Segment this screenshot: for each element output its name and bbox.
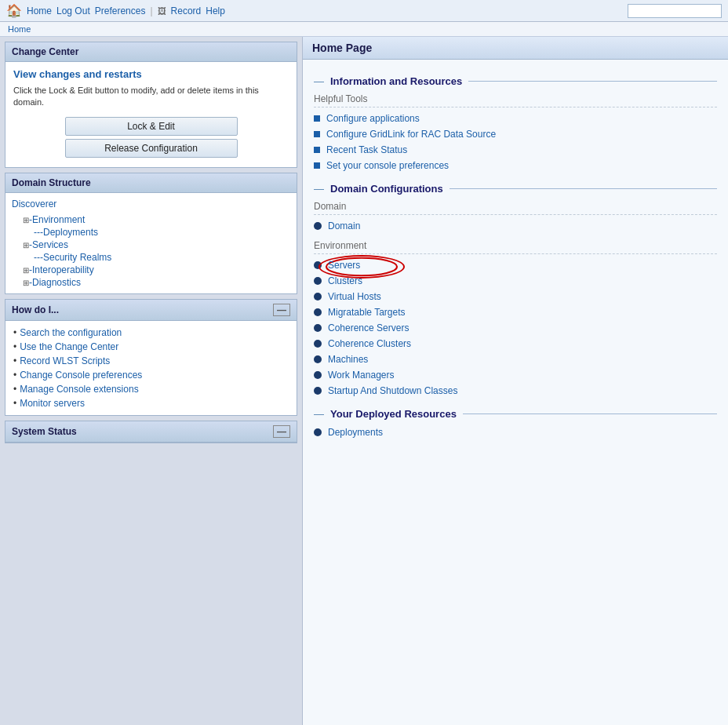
change-center-section: Change Center View changes and restarts …	[5, 42, 297, 168]
bullet-icon	[314, 162, 320, 169]
deployed-resources-section: Your Deployed Resources Deployments	[314, 408, 717, 440]
info-resources-header: Information and Resources	[314, 75, 717, 87]
record-icon: 🖼	[158, 6, 166, 16]
list-item: Record WLST Scripts	[13, 354, 289, 368]
nav-help-link[interactable]: Help	[206, 5, 225, 16]
deployments-link[interactable]: Deployments	[328, 427, 383, 438]
list-item: Search the configuration	[13, 326, 289, 340]
bullet-icon	[314, 222, 322, 230]
how-do-i-header: How do I... —	[5, 300, 297, 321]
migratable-targets-link[interactable]: Migratable Targets	[328, 307, 406, 318]
helpful-tools-list: Configure applications Configure GridLin…	[314, 111, 717, 173]
page-title: Home Page	[303, 37, 728, 60]
list-item: Clusters	[314, 273, 717, 289]
system-status-minimize[interactable]: —	[273, 425, 290, 438]
bullet-icon	[314, 308, 322, 316]
coherence-servers-link[interactable]: Coherence Servers	[328, 322, 409, 333]
deployed-resources-list: Deployments	[314, 424, 717, 440]
list-item: Manage Console extensions	[13, 382, 289, 396]
change-center-description: Click the Lock & Edit button to modify, …	[13, 85, 289, 109]
list-item: Configure GridLink for RAC Data Source	[314, 126, 717, 142]
bullet-icon	[314, 293, 322, 301]
how-do-i-list: Search the configuration Use the Change …	[13, 326, 289, 410]
nav-preferences-link[interactable]: Preferences	[95, 5, 146, 16]
tree-root[interactable]: Discoverer	[12, 198, 290, 210]
recent-task-status-link[interactable]: Recent Task Status	[326, 144, 407, 155]
list-item: Virtual Hosts	[314, 289, 717, 304]
bullet-icon	[314, 355, 322, 363]
list-item: Startup And Shutdown Classes	[314, 383, 717, 399]
nav-logout-link[interactable]: Log Out	[56, 5, 90, 16]
tree-environment[interactable]: ⊞-Environment	[12, 213, 290, 226]
list-item: Recent Task Status	[314, 142, 717, 158]
right-panel: Home Page Information and Resources Help…	[302, 37, 728, 725]
how-do-i-minimize[interactable]: —	[273, 304, 290, 316]
how-do-i-section: How do I... — Search the configuration U…	[5, 299, 297, 416]
how-do-i-search[interactable]: Search the configuration	[20, 327, 122, 338]
how-do-i-console-prefs[interactable]: Change Console preferences	[20, 370, 142, 381]
list-item: Use the Change Center	[13, 340, 289, 354]
system-status-header: System Status —	[5, 421, 297, 443]
tree-security-realms[interactable]: ---Security Realms	[12, 251, 290, 264]
domain-configs-section: Domain Configurations Domain Domain Envi…	[314, 183, 717, 399]
environment-title: Environment	[314, 240, 717, 254]
domain-list: Domain	[314, 218, 717, 234]
list-item: Work Managers	[314, 367, 717, 383]
domain-structure-header: Domain Structure	[5, 173, 297, 193]
bullet-icon	[314, 261, 322, 269]
tree-diagnostics[interactable]: ⊞-Diagnostics	[12, 276, 290, 289]
bullet-icon	[314, 371, 322, 379]
list-item: Machines	[314, 352, 717, 367]
list-item: Monitor servers	[13, 396, 289, 410]
breadcrumb-home[interactable]: Home	[8, 24, 31, 34]
environment-list: Servers Clusters Virtual Hosts Migratabl…	[314, 257, 717, 399]
system-status-section: System Status —	[5, 421, 297, 443]
configure-gridlink-link[interactable]: Configure GridLink for RAC Data Source	[326, 129, 496, 140]
domain-link[interactable]: Domain	[328, 220, 360, 231]
bullet-icon	[314, 147, 320, 153]
left-panel: Change Center View changes and restarts …	[0, 37, 302, 725]
tree-deployments[interactable]: ---Deployments	[12, 226, 290, 239]
list-item: Change Console preferences	[13, 368, 289, 382]
bullet-icon	[314, 387, 322, 395]
set-console-prefs-link[interactable]: Set your console preferences	[326, 160, 449, 171]
tree-services[interactable]: ⊞-Services	[12, 239, 290, 251]
how-do-i-change-center[interactable]: Use the Change Center	[20, 341, 118, 352]
servers-list-item: Servers	[314, 257, 717, 273]
list-item: Migratable Targets	[314, 304, 717, 320]
bullet-icon	[314, 277, 322, 285]
machines-link[interactable]: Machines	[328, 354, 368, 365]
coherence-clusters-link[interactable]: Coherence Clusters	[328, 338, 411, 349]
release-config-button[interactable]: Release Configuration	[65, 139, 238, 158]
startup-shutdown-link[interactable]: Startup And Shutdown Classes	[328, 385, 457, 396]
servers-link[interactable]: Servers	[328, 260, 360, 271]
servers-link-wrap: Servers	[328, 260, 360, 271]
domain-configs-header: Domain Configurations	[314, 183, 717, 195]
home-icon: 🏠	[6, 3, 22, 18]
info-resources-section: Information and Resources Helpful Tools …	[314, 75, 717, 173]
list-item: Domain	[314, 218, 717, 234]
lock-edit-button[interactable]: Lock & Edit	[65, 117, 238, 136]
work-managers-link[interactable]: Work Managers	[328, 370, 394, 381]
view-changes-link[interactable]: View changes and restarts	[13, 68, 289, 80]
list-item: Deployments	[314, 424, 717, 440]
configure-apps-link[interactable]: Configure applications	[326, 113, 420, 124]
how-do-i-manage-extensions[interactable]: Manage Console extensions	[20, 384, 138, 395]
how-do-i-monitor-servers[interactable]: Monitor servers	[20, 398, 85, 409]
bullet-icon	[314, 428, 322, 436]
bullet-icon	[314, 340, 322, 348]
clusters-link[interactable]: Clusters	[328, 275, 362, 286]
domain-title: Domain	[314, 201, 717, 215]
virtual-hosts-link[interactable]: Virtual Hosts	[328, 291, 381, 302]
bullet-icon	[314, 131, 320, 137]
top-nav-bar: 🏠 Home Log Out Preferences | 🖼 Record He…	[0, 0, 728, 22]
nav-record-link[interactable]: Record	[171, 5, 202, 16]
how-do-i-record-wlst[interactable]: Record WLST Scripts	[20, 355, 110, 366]
deployed-resources-header: Your Deployed Resources	[314, 408, 717, 420]
nav-home-link[interactable]: Home	[27, 5, 52, 16]
list-item: Configure applications	[314, 111, 717, 126]
helpful-tools-title: Helpful Tools	[314, 93, 717, 107]
search-input[interactable]	[628, 4, 722, 18]
list-item: Set your console preferences	[314, 158, 717, 173]
tree-interoperability[interactable]: ⊞-Interoperability	[12, 264, 290, 276]
